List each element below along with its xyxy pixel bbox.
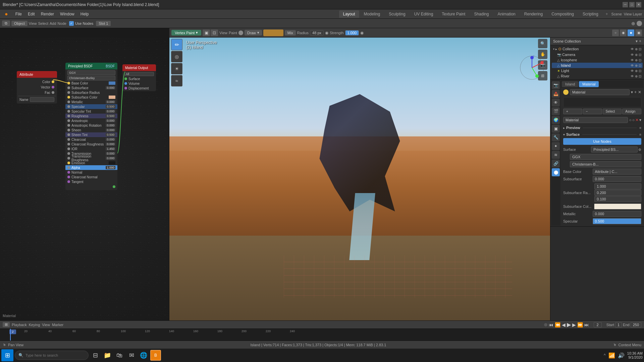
props-icon-object[interactable]: ▣ — [552, 125, 560, 133]
jump-end-button[interactable]: ⏭ — [584, 322, 589, 327]
viewport[interactable]: User Perspective (2) Island ✏ ◎ ☀ ≈ 🔍 ✋ … — [169, 38, 550, 320]
step-back-button[interactable]: ⏪ — [555, 322, 560, 327]
volume-icon[interactable]: 🔊 — [618, 352, 625, 359]
collection-item-collection[interactable]: ▾ ▸ ⊙ Collection 👁 ⊕ ⊡ — [552, 46, 643, 52]
jump-start-button[interactable]: ⏮ — [549, 322, 553, 327]
keyframe-dot[interactable] — [544, 323, 547, 326]
collection-item-icosphere[interactable]: △ Icosphere 👁 ⊕ ⊡ — [552, 57, 643, 63]
metallic-value[interactable]: 0.000 — [593, 211, 641, 217]
surface-settings-icon[interactable]: ⚙ — [638, 148, 641, 152]
menu-window[interactable]: Window — [57, 11, 77, 17]
slot-assign-button[interactable]: Assign — [622, 109, 641, 114]
slot-select-button[interactable]: Select — [603, 109, 622, 114]
tab-shading[interactable]: Shading — [470, 10, 493, 18]
tab-texturepaint[interactable]: Texture Paint — [438, 10, 469, 18]
props-icon-modifier[interactable]: 🔧 — [552, 133, 560, 141]
playhead[interactable] — [10, 329, 11, 341]
radius-picker-icon[interactable]: ◉ — [325, 31, 328, 35]
menu-edit[interactable]: Edit — [25, 11, 38, 17]
viewport-shade-4[interactable]: ▣ — [635, 29, 642, 36]
blur-tool[interactable]: ◎ — [171, 51, 182, 62]
next-keyframe-button[interactable]: ▶ — [572, 322, 576, 327]
slot-add-button[interactable]: + — [563, 109, 582, 114]
props-icon-scene[interactable]: 🎬 — [552, 107, 560, 115]
timeline-track[interactable]: 2 20 40 60 80 100 120 140 160 180 200 22… — [0, 329, 644, 341]
draw-dropdown[interactable]: Draw ▾ — [245, 30, 262, 36]
strength-picker-icon[interactable]: ◉ — [360, 31, 364, 35]
collection-item-river[interactable]: △ River 👁 ⊕ ⊡ — [552, 73, 643, 79]
subsurface-radius-v2[interactable]: 0.200 — [594, 190, 641, 196]
principled-bsdf-node[interactable]: Principled BSDF BSDF GGX Christensen-Bur… — [65, 63, 117, 190]
color-swatch[interactable] — [238, 31, 243, 35]
snapping-toggle[interactable]: ⊕ — [631, 21, 635, 26]
mix-dropdown[interactable]: Mix — [285, 30, 296, 36]
material-delete-icon[interactable]: ✕ — [638, 90, 641, 95]
vertex-paint-dropdown[interactable]: Vertex Paint ▾ — [171, 30, 201, 36]
keying-menu[interactable]: Keying — [29, 323, 40, 327]
average-tool[interactable]: ☀ — [171, 63, 182, 74]
collection-item-light[interactable]: ☀ Light 👁 ⊕ ⊡ — [552, 68, 643, 73]
material-dropdown[interactable]: Material — [563, 117, 628, 123]
add-menu[interactable]: Add — [50, 21, 56, 25]
menu-file[interactable]: File — [13, 11, 24, 17]
taskview-button[interactable]: ⊟ — [90, 350, 101, 361]
island-tab[interactable]: Island — [562, 81, 578, 87]
material-name-field[interactable]: Material — [570, 89, 630, 95]
use-nodes-button[interactable]: Use Nodes — [563, 138, 641, 145]
search-bar[interactable]: 🔍 — [15, 351, 89, 360]
node-menu[interactable]: Node — [58, 21, 66, 25]
minimize-button[interactable]: ─ — [623, 2, 628, 7]
zoom-tool[interactable]: 🔍 — [538, 39, 547, 48]
specular-value[interactable]: 0.500 — [593, 218, 641, 224]
explorer-button[interactable]: 📁 — [102, 350, 113, 361]
draw-tool[interactable]: ✏ — [171, 39, 182, 50]
viewport-icon-2[interactable]: ⊡ — [211, 29, 218, 36]
subsurface-value[interactable]: 0.000 — [593, 176, 641, 182]
blender-button[interactable]: B — [150, 350, 161, 361]
end-frame[interactable]: 250 — [631, 322, 641, 327]
view-menu-timeline[interactable]: View — [42, 323, 50, 327]
add-collection-icon[interactable]: + — [639, 39, 641, 44]
object-dropdown[interactable]: Object — [11, 21, 28, 26]
attribute-node[interactable]: Attribute Color Vector Fac — [17, 71, 57, 104]
props-icon-particles[interactable]: ✦ — [552, 142, 560, 150]
tab-layout[interactable]: Layout — [339, 10, 359, 18]
tab-uvediting[interactable]: UV Editing — [410, 10, 437, 18]
start-button[interactable]: ⊞ — [1, 349, 13, 361]
tray-arrow[interactable]: ^ — [604, 353, 606, 358]
menu-help[interactable]: Help — [78, 11, 92, 17]
slot-dropdown[interactable]: Slot 1 — [96, 21, 111, 26]
preview-header[interactable]: ▸ Preview ≡ — [563, 125, 641, 130]
view-menu[interactable]: View — [29, 21, 37, 25]
play-button[interactable]: ▶ — [567, 321, 571, 328]
playback-menu[interactable]: Playback — [12, 323, 27, 327]
subsurface-method-dropdown[interactable]: Christensen-B... — [570, 161, 641, 167]
tab-modeling[interactable]: Modeling — [360, 10, 384, 18]
radius-value[interactable]: 48 px — [310, 30, 324, 36]
start-frame[interactable]: 1 — [615, 322, 622, 327]
mail-button[interactable]: ✉ — [126, 350, 137, 361]
menu-blender[interactable]: ● — [2, 10, 12, 18]
tab-animation[interactable]: Animation — [493, 10, 519, 18]
surface-value[interactable]: Principled BS... — [591, 146, 638, 153]
subsurface-color-picker[interactable] — [594, 203, 641, 209]
slot-remove-button[interactable]: − — [583, 109, 602, 114]
smear-tool[interactable]: ≈ — [171, 75, 182, 86]
props-icon-physics[interactable]: ≋ — [552, 151, 560, 159]
close-button[interactable]: ✕ — [636, 2, 641, 7]
node-canvas[interactable]: Attribute Color Vector Fac — [0, 38, 169, 320]
material-slots[interactable] — [563, 97, 641, 107]
props-icon-world[interactable]: 🌍 — [552, 116, 560, 124]
material-browse-icon[interactable]: ▾ — [631, 90, 633, 95]
props-icon-material[interactable]: ⬤ — [552, 168, 560, 176]
chrome-button[interactable]: 🌐 — [138, 350, 149, 361]
paint-menu[interactable]: Paint — [229, 31, 237, 35]
mat-browse-icon[interactable]: ○ — [629, 118, 632, 122]
props-icon-output[interactable]: 📤 — [552, 90, 560, 98]
collection-item-camera[interactable]: 📷 Camera 👁 ⊕ ⊡ — [552, 52, 643, 57]
viewport-shade-3[interactable]: ■ — [628, 29, 634, 36]
view-menu-viewport[interactable]: View — [219, 31, 227, 35]
select-menu[interactable]: Select — [38, 21, 48, 25]
distribution-dropdown[interactable]: GGX — [570, 154, 641, 160]
tab-sculpting[interactable]: Sculpting — [385, 10, 409, 18]
